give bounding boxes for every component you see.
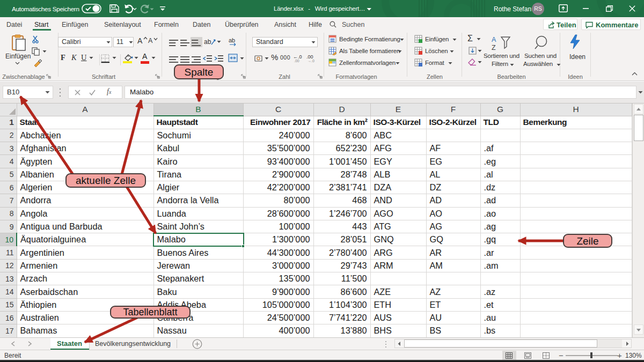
svg-text:.00: .00 — [294, 59, 299, 63]
svg-text:ab: ab — [229, 37, 235, 43]
svg-text:ab: ab — [204, 38, 211, 46]
svg-text:Z: Z — [492, 44, 496, 51]
svg-text:A: A — [492, 36, 496, 43]
svg-text:→.0: →.0 — [308, 59, 314, 63]
